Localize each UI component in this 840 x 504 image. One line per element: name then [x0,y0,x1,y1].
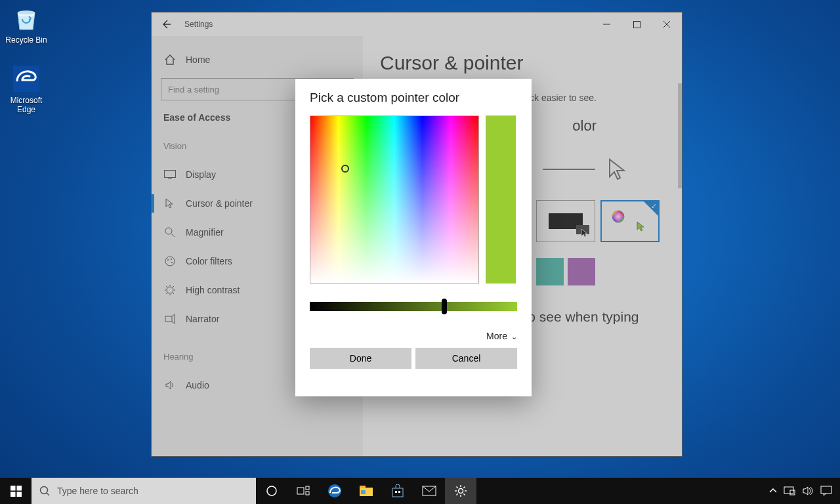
svg-point-8 [165,228,172,234]
taskbar-app-edge[interactable] [319,478,350,504]
svg-line-19 [166,286,167,287]
cursor-icon [163,197,177,210]
dialog-title: Pick a custom pointer color [310,91,517,105]
search-placeholder: Find a setting [168,85,219,94]
svg-rect-41 [395,491,397,493]
more-toggle[interactable]: More⌄ [310,331,517,341]
palette-icon [163,255,177,268]
desktop-icon-recycle-bin[interactable]: Recycle Bin [1,4,51,45]
sidebar-item-label: Magnifier [186,227,224,238]
svg-rect-39 [361,490,366,494]
color-swatch[interactable] [536,258,564,285]
svg-line-22 [173,286,174,287]
back-button[interactable] [161,19,179,30]
pointer-tile-custom[interactable]: ✓ [600,200,660,242]
sv-marker[interactable] [341,165,349,173]
svg-line-31 [47,493,49,495]
svg-line-52 [463,487,465,488]
svg-rect-3 [633,21,640,28]
audio-icon [163,379,177,392]
sidebar-item-label: High contrast [186,285,240,295]
titlebar: Settings [152,12,682,36]
svg-point-44 [459,489,463,494]
edge-icon [12,64,41,93]
svg-rect-23 [165,316,172,322]
color-wheel-icon [611,209,625,224]
desktop: Recycle Bin Microsoft Edge Settings [0,0,840,504]
value-slider[interactable] [310,302,517,311]
svg-line-51 [457,494,458,495]
desktop-icon-label: Microsoft Edge [1,96,51,115]
close-button[interactable] [652,12,682,36]
color-picker-dialog: Pick a custom pointer color More⌄ Done C… [295,79,532,396]
slider-segment[interactable] [543,169,595,170]
cursor-mini-icon [580,228,589,238]
chevron-down-icon: ⌄ [511,333,517,341]
tray-chevron-up-icon[interactable] [769,487,777,495]
saturation-value-picker[interactable] [310,116,479,284]
desktop-icon-label: Recycle Bin [1,35,51,45]
sidebar-item-label: Narrator [186,314,219,324]
value-thumb[interactable] [442,299,447,314]
maximize-button[interactable] [621,12,652,36]
taskbar-app-mail[interactable] [413,478,445,504]
sidebar-item-label: Audio [186,380,209,390]
network-icon[interactable] [784,486,795,495]
svg-point-32 [267,486,276,495]
suggested-colors [536,258,665,285]
start-button[interactable] [0,478,32,504]
large-cursor-icon [607,158,629,180]
cancel-button[interactable]: Cancel [415,348,517,369]
svg-line-21 [166,293,167,294]
minimize-button[interactable] [591,12,621,36]
taskbar-app-explorer[interactable] [350,478,382,504]
search-icon [39,486,51,497]
gear-icon [454,484,467,497]
svg-line-20 [173,293,174,294]
svg-rect-55 [821,486,831,494]
cursor-mini-icon [636,221,646,232]
svg-point-12 [171,259,172,260]
svg-line-9 [171,234,175,237]
sidebar-item-label: Display [186,169,216,180]
color-swatch[interactable] [568,258,595,285]
done-button[interactable]: Done [310,348,411,369]
taskbar-app-settings[interactable] [445,478,476,504]
svg-rect-34 [306,486,309,490]
desktop-icon-edge[interactable]: Microsoft Edge [1,64,51,115]
svg-rect-6 [165,171,176,178]
sidebar-item-label: Color filters [186,256,232,266]
taskbar-search-placeholder: Type here to search [57,486,138,496]
magnifier-icon [163,226,177,239]
svg-rect-27 [16,486,22,491]
sidebar-item-label: Home [186,54,210,65]
display-icon [163,168,177,181]
task-view-button[interactable] [287,478,319,504]
svg-rect-26 [10,486,16,491]
narrator-icon [163,312,177,326]
svg-line-50 [463,494,465,495]
action-center-icon[interactable] [820,486,832,496]
svg-point-11 [167,259,169,261]
recycle-bin-icon [12,4,41,33]
scrollbar[interactable] [678,83,682,188]
contrast-icon [163,284,177,297]
pointer-tile-inverted[interactable] [536,200,595,242]
svg-point-13 [171,262,173,263]
svg-rect-28 [10,492,16,497]
cortana-button[interactable] [256,478,287,504]
color-preview [486,116,516,284]
sidebar-item-home[interactable]: Home [161,47,354,78]
svg-point-30 [41,486,48,494]
svg-rect-40 [392,488,403,497]
taskbar-search[interactable]: Type here to search [32,478,256,504]
system-tray [769,486,840,496]
svg-rect-42 [398,491,400,493]
sidebar-item-label: Cursor & pointer [186,198,253,209]
svg-line-49 [457,487,458,488]
home-icon [163,53,177,66]
svg-rect-38 [360,486,366,488]
volume-icon[interactable] [802,486,814,496]
taskbar-app-store[interactable] [382,478,413,504]
taskbar: Type here to search [0,478,840,504]
